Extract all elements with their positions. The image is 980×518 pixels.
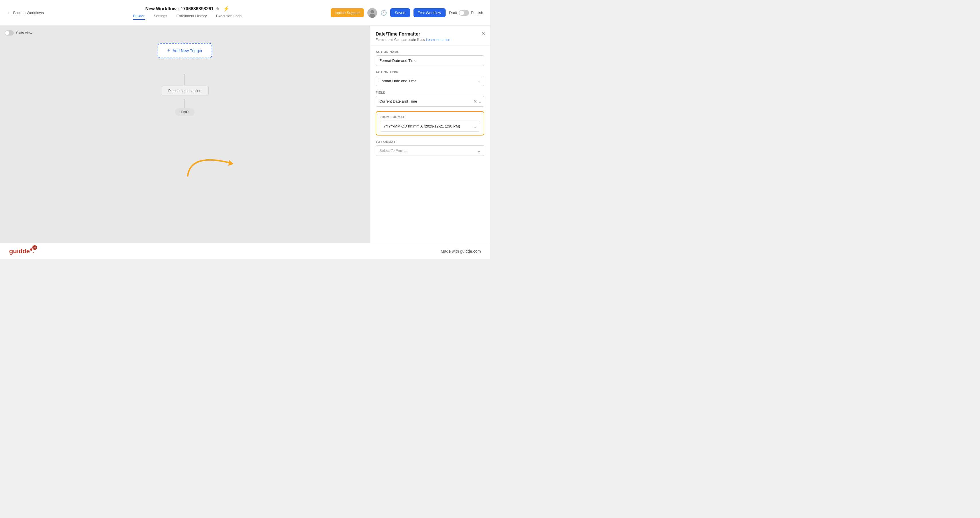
field-clear-icon[interactable]: ✕ [473, 99, 477, 104]
stats-view-toggle-switch[interactable] [5, 30, 14, 35]
logo-dot [30, 248, 32, 251]
clock-icon[interactable]: 🕐 [380, 10, 387, 16]
footer-made-with: Made with guidde.com [441, 249, 481, 254]
workflow-canvas[interactable]: Stats View + Add New Trigger Please sele… [0, 26, 370, 243]
action-name-label: ACTION NAME [375, 50, 484, 54]
header-title-area: New Workflow : 1706636898261 ✎ ⚡ Builder… [44, 6, 331, 20]
back-arrow-icon: ← [7, 10, 11, 16]
panel-title: Date/Time Formatter [375, 32, 484, 37]
main-area: Stats View + Add New Trigger Please sele… [0, 26, 490, 243]
to-format-group: TO FORMAT Select To Format [375, 140, 484, 156]
workflow-title-text: New Workflow : 1706636898261 [145, 6, 214, 11]
learn-more-link[interactable]: Learn more here [426, 38, 451, 42]
edit-icon[interactable]: ✎ [216, 6, 220, 11]
connector-line-2 [185, 99, 185, 108]
footer-logo: guidde. [9, 248, 34, 255]
end-node: END [175, 108, 194, 116]
to-format-select[interactable]: Select To Format [375, 145, 484, 156]
action-name-input[interactable] [375, 55, 484, 66]
arrow-annotation [185, 147, 242, 180]
topline-support-button[interactable]: topline Support [331, 8, 364, 17]
footer-badge-count: 22 [32, 245, 37, 250]
field-group: FIELD Current Date and Time ✕ ⌄ [375, 91, 484, 106]
action-type-group: ACTION TYPE Format Date and Time [375, 70, 484, 86]
avatar-image [368, 8, 377, 18]
draft-toggle[interactable] [459, 10, 469, 16]
action-type-select-wrapper: Format Date and Time [375, 76, 484, 86]
action-node-label: Please select action [168, 89, 202, 93]
header: ← Back to Workflows New Workflow : 17066… [0, 0, 490, 26]
stats-view-label: Stats View [16, 31, 32, 35]
svg-point-1 [371, 10, 374, 13]
tab-builder[interactable]: Builder [133, 14, 145, 20]
from-format-select-wrapper: YYYY-MM-DD hh:mm A (2023-12-21 1:30 PM) [380, 121, 480, 132]
workflow-title: New Workflow : 1706636898261 ✎ ⚡ [145, 6, 229, 12]
nav-tabs: Builder Settings Enrollment History Exec… [133, 14, 242, 20]
draft-toggle-area: Draft Publish [449, 10, 483, 16]
to-format-label: TO FORMAT [375, 140, 484, 143]
plus-icon: + [167, 48, 170, 54]
field-chevron-icon: ⌄ [478, 99, 482, 104]
stats-view-toggle: Stats View [5, 30, 32, 35]
lightning-icon: ⚡ [223, 6, 229, 12]
publish-label[interactable]: Publish [471, 11, 483, 15]
footer-logo-area: guidde. 22 [9, 248, 34, 255]
back-label: Back to Workflows [13, 11, 44, 15]
connector-line-1 [185, 74, 185, 85]
end-node-label: END [181, 110, 189, 114]
field-select-wrapper: Current Date and Time ✕ ⌄ [375, 96, 484, 106]
footer-badge[interactable]: guidde. 22 [9, 248, 34, 255]
right-panel: Date/Time Formatter Format and Compare d… [370, 26, 490, 243]
field-label: FIELD [375, 91, 484, 94]
header-right: topline Support 🕐 Saved Test Workflow Dr… [331, 8, 483, 18]
draft-label: Draft [449, 11, 457, 15]
action-type-select[interactable]: Format Date and Time [375, 76, 484, 86]
test-workflow-button[interactable]: Test Workflow [414, 8, 446, 17]
trigger-label: Add New Trigger [172, 48, 202, 53]
panel-header: Date/Time Formatter Format and Compare d… [370, 26, 490, 46]
panel-subtitle-text: Format and Compare date fields [375, 38, 425, 42]
from-format-select[interactable]: YYYY-MM-DD hh:mm A (2023-12-21 1:30 PM) [380, 121, 480, 132]
panel-body: ACTION NAME ACTION TYPE Format Date and … [370, 46, 490, 165]
action-name-group: ACTION NAME [375, 50, 484, 66]
saved-button[interactable]: Saved [390, 8, 410, 17]
from-format-section: FROM FORMAT YYYY-MM-DD hh:mm A (2023-12-… [375, 111, 484, 135]
to-format-select-wrapper: Select To Format [375, 145, 484, 156]
footer: guidde. 22 Made with guidde.com [0, 243, 490, 259]
from-format-label: FROM FORMAT [380, 115, 480, 119]
add-trigger-box[interactable]: + Add New Trigger [158, 43, 212, 58]
field-select[interactable]: Current Date and Time [379, 96, 473, 106]
back-to-workflows-link[interactable]: ← Back to Workflows [7, 10, 44, 16]
tab-execution-logs[interactable]: Execution Logs [216, 14, 242, 20]
panel-close-button[interactable]: ✕ [481, 30, 485, 37]
avatar[interactable] [368, 8, 377, 18]
panel-subtitle: Format and Compare date fields Learn mor… [375, 38, 484, 42]
tab-settings[interactable]: Settings [154, 14, 167, 20]
svg-marker-3 [228, 160, 234, 166]
tab-enrollment-history[interactable]: Enrollment History [177, 14, 207, 20]
action-node[interactable]: Please select action [161, 86, 208, 95]
action-type-label: ACTION TYPE [375, 70, 484, 74]
